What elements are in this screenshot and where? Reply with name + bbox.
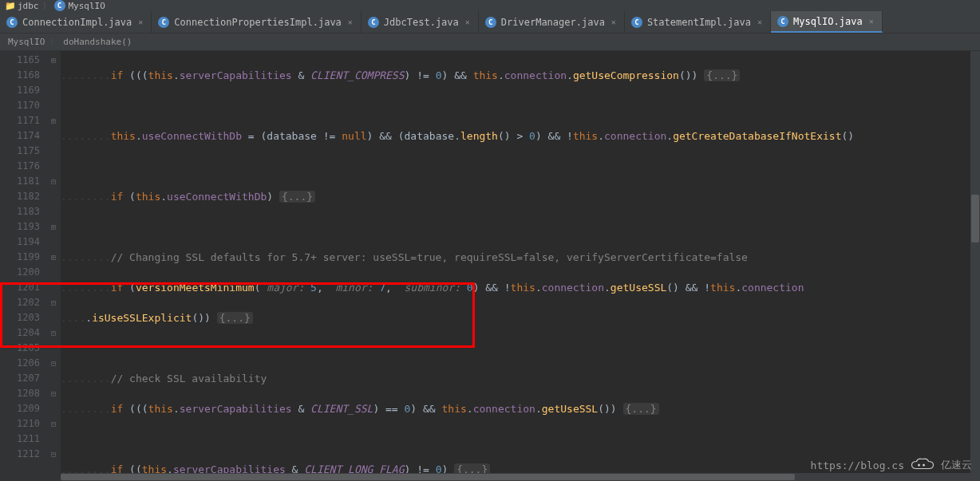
line-number: 1171 bbox=[0, 113, 40, 128]
tab-connectionimpl[interactable]: CConnectionImpl.java✕ bbox=[0, 11, 152, 33]
breadcrumb-class[interactable]: MysqlIO bbox=[8, 37, 45, 47]
line-number: 1200 bbox=[0, 265, 40, 280]
fold-toggle[interactable] bbox=[46, 265, 61, 280]
line-number: 1174 bbox=[0, 128, 40, 144]
tab-mysqlio[interactable]: CMysqlIO.java✕ bbox=[771, 11, 883, 33]
line-number: 1208 bbox=[0, 386, 40, 401]
breadcrumb-method[interactable]: doHandshake() bbox=[63, 37, 132, 47]
fold-toggle[interactable]: ⊟ bbox=[46, 386, 61, 401]
fold-toggle[interactable]: ⊟ bbox=[46, 447, 61, 462]
breadcrumb-item[interactable]: MysqlIO bbox=[69, 1, 105, 11]
close-icon[interactable]: ✕ bbox=[464, 18, 472, 26]
code-breadcrumb: MysqlIO 〉 doHandshake() bbox=[0, 34, 980, 51]
line-number: 1194 bbox=[0, 235, 40, 250]
svg-point-0 bbox=[918, 464, 920, 467]
tab-label: MysqlIO.java bbox=[793, 16, 863, 27]
fold-toggle[interactable] bbox=[46, 83, 61, 98]
line-number: 1204 bbox=[0, 325, 40, 341]
scrollbar-thumb[interactable] bbox=[61, 474, 795, 480]
line-number: 1181 bbox=[0, 174, 40, 189]
fold-toggle[interactable]: ⊟ bbox=[46, 295, 61, 310]
fold-toggle[interactable]: ⊞ bbox=[46, 250, 61, 265]
line-number: 1183 bbox=[0, 204, 40, 219]
fold-toggle[interactable] bbox=[46, 341, 61, 356]
fold-toggle[interactable] bbox=[46, 144, 61, 159]
fold-toggle[interactable] bbox=[46, 159, 61, 174]
tab-drivermanager[interactable]: CDriverManager.java✕ bbox=[479, 11, 625, 33]
line-number: 1182 bbox=[0, 189, 40, 204]
line-number: 1209 bbox=[0, 401, 40, 416]
watermark: https://blog.cs 亿速云 bbox=[811, 457, 972, 473]
folder-icon: 📁 bbox=[5, 1, 14, 10]
fold-toggle[interactable] bbox=[46, 68, 61, 83]
class-icon: C bbox=[368, 17, 379, 28]
fold-toggle[interactable] bbox=[46, 401, 61, 416]
line-number: 1168 bbox=[0, 68, 40, 83]
line-number: 1207 bbox=[0, 371, 40, 386]
line-number: 1212 bbox=[0, 447, 40, 462]
fold-toggle[interactable]: ⊟ bbox=[46, 416, 61, 432]
tab-label: ConnectionImpl.java bbox=[22, 17, 132, 28]
class-icon: C bbox=[158, 17, 169, 28]
line-number: 1169 bbox=[0, 83, 40, 98]
fold-toggle[interactable] bbox=[46, 462, 61, 477]
line-number: 1199 bbox=[0, 250, 40, 265]
editor-tabs: CConnectionImpl.java✕ CConnectionPropert… bbox=[0, 11, 980, 34]
tab-label: DriverManager.java bbox=[501, 17, 605, 28]
fold-toggle[interactable] bbox=[46, 280, 61, 295]
horizontal-scrollbar[interactable] bbox=[61, 473, 970, 481]
top-breadcrumb: 📁 jdbc 〉 C MysqlIO bbox=[0, 0, 980, 11]
tab-statementimpl[interactable]: CStatementImpl.java✕ bbox=[625, 11, 771, 33]
line-number: 1170 bbox=[0, 98, 40, 113]
cloud-logo-icon bbox=[911, 457, 935, 473]
close-icon[interactable]: ✕ bbox=[136, 18, 144, 26]
line-number: 1193 bbox=[0, 219, 40, 235]
class-icon: C bbox=[6, 17, 18, 28]
close-icon[interactable]: ✕ bbox=[867, 17, 875, 26]
fold-toggle[interactable] bbox=[46, 371, 61, 386]
line-number: 1211 bbox=[0, 432, 40, 447]
vertical-scrollbar[interactable] bbox=[970, 51, 980, 481]
tab-connectionpropertiesimpl[interactable]: CConnectionPropertiesImpl.java✕ bbox=[152, 11, 362, 33]
line-number: 1165 bbox=[0, 53, 40, 68]
close-icon[interactable]: ✕ bbox=[610, 18, 618, 26]
close-icon[interactable]: ✕ bbox=[756, 18, 764, 26]
fold-toggle[interactable] bbox=[46, 128, 61, 144]
fold-toggle[interactable] bbox=[46, 235, 61, 250]
watermark-text: https://blog.cs bbox=[811, 459, 904, 471]
fold-toggle[interactable] bbox=[46, 204, 61, 219]
fold-toggle[interactable]: ⊟ bbox=[46, 356, 61, 371]
line-number: 1201 bbox=[0, 280, 40, 295]
scrollbar-thumb[interactable] bbox=[971, 195, 979, 242]
class-icon: C bbox=[485, 17, 496, 28]
breadcrumb-item[interactable]: jdbc bbox=[18, 1, 39, 11]
line-number: 1202 bbox=[0, 295, 40, 310]
fold-toggle[interactable] bbox=[46, 98, 61, 113]
line-number: 1210 bbox=[0, 416, 40, 432]
line-number: 1176 bbox=[0, 159, 40, 174]
tab-label: ConnectionPropertiesImpl.java bbox=[174, 17, 342, 28]
class-icon: C bbox=[631, 17, 642, 28]
breadcrumb-separator: 〉 bbox=[42, 0, 51, 12]
close-icon[interactable]: ✕ bbox=[346, 18, 354, 26]
fold-toggle[interactable]: ⊞ bbox=[46, 53, 61, 68]
line-number: 1175 bbox=[0, 144, 40, 159]
tab-label: JdbcTest.java bbox=[384, 17, 459, 28]
fold-toggle[interactable] bbox=[46, 310, 61, 325]
fold-toggle[interactable]: ⊟ bbox=[46, 174, 61, 189]
fold-toggle[interactable]: ⊞ bbox=[46, 113, 61, 128]
line-number: 1206 bbox=[0, 356, 40, 371]
code-content[interactable]: ........if (((this.serverCapabilities & … bbox=[61, 51, 980, 481]
line-number: 1205 bbox=[0, 341, 40, 356]
class-icon: C bbox=[54, 0, 65, 11]
svg-point-1 bbox=[923, 464, 925, 467]
line-number-gutter: 1165 1168 1169 1170 1171 1174 1175 1176 … bbox=[0, 51, 46, 481]
fold-toggle[interactable]: ⊟ bbox=[46, 325, 61, 341]
code-editor[interactable]: 1165 1168 1169 1170 1171 1174 1175 1176 … bbox=[0, 51, 980, 481]
line-number: 1203 bbox=[0, 310, 40, 325]
tab-label: StatementImpl.java bbox=[647, 17, 751, 28]
fold-toggle[interactable] bbox=[46, 432, 61, 447]
fold-toggle[interactable] bbox=[46, 189, 61, 204]
tab-jdbctest[interactable]: CJdbcTest.java✕ bbox=[362, 11, 479, 33]
fold-toggle[interactable]: ⊞ bbox=[46, 219, 61, 235]
